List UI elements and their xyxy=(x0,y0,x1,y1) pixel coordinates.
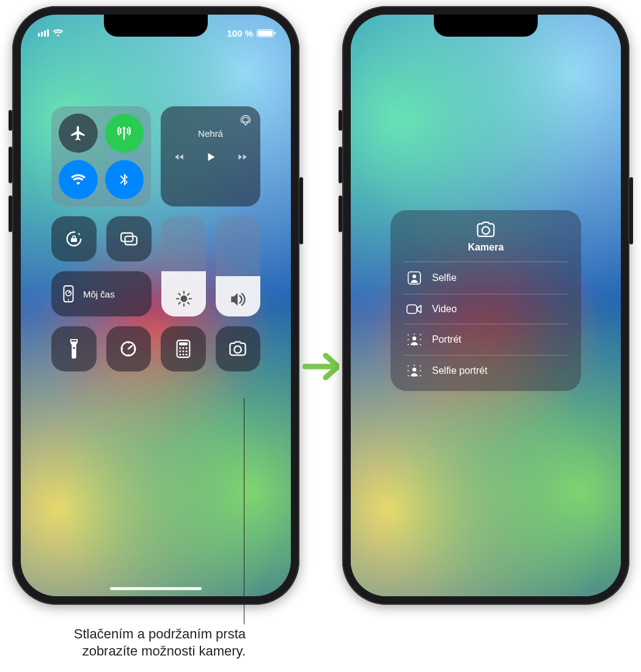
screen-time-button[interactable]: Môj čas xyxy=(51,271,152,316)
portrait-selfie-icon xyxy=(406,364,422,378)
svg-point-29 xyxy=(182,351,184,352)
volume-up-button xyxy=(339,147,342,183)
media-playback-tile[interactable]: Nehrá xyxy=(161,106,260,206)
camera-icon xyxy=(228,341,247,357)
svg-rect-1 xyxy=(121,233,133,241)
antenna-icon xyxy=(115,125,133,142)
airplay-icon[interactable] xyxy=(240,115,252,127)
svg-point-40 xyxy=(408,334,409,335)
iphone-right-screen: Kamera Selfie Video xyxy=(351,15,621,596)
svg-point-4 xyxy=(66,291,71,296)
timer-icon xyxy=(119,340,137,358)
side-button xyxy=(629,177,633,244)
svg-rect-24 xyxy=(179,343,188,346)
volume-up-button xyxy=(9,147,12,183)
svg-point-27 xyxy=(185,347,187,349)
connectivity-group[interactable] xyxy=(51,106,151,206)
cellular-data-toggle[interactable] xyxy=(105,114,144,153)
brightness-icon xyxy=(176,291,192,307)
svg-point-6 xyxy=(68,299,69,301)
airplane-icon xyxy=(70,125,87,142)
volume-down-button xyxy=(9,195,12,232)
camera-menu-item-portrait[interactable]: Portrét xyxy=(404,324,568,355)
svg-point-34 xyxy=(235,346,241,352)
brightness-slider[interactable] xyxy=(161,216,206,316)
screen-time-icon xyxy=(61,285,76,302)
timer-button[interactable] xyxy=(106,326,152,371)
notch xyxy=(104,15,208,37)
calculator-button[interactable] xyxy=(161,326,206,371)
bluetooth-icon xyxy=(117,171,131,188)
mute-switch xyxy=(9,110,12,131)
svg-point-53 xyxy=(420,370,421,371)
wifi-icon xyxy=(70,173,86,186)
svg-rect-2 xyxy=(125,236,137,245)
svg-point-32 xyxy=(182,354,184,356)
wifi-icon xyxy=(53,29,64,37)
camera-context-menu: Kamera Selfie Video xyxy=(390,210,581,391)
control-center: Nehrá xyxy=(51,106,260,371)
battery-percent: 100 % xyxy=(227,28,253,38)
iphone-left-frame: 100 % xyxy=(12,6,299,605)
wifi-toggle[interactable] xyxy=(59,160,98,199)
svg-point-49 xyxy=(408,365,409,367)
callout-text: Stlačením a podržaním prsta zobrazíte mo… xyxy=(6,626,246,659)
camera-menu-item-selfie[interactable]: Selfie xyxy=(404,261,568,294)
portrait-icon xyxy=(406,333,422,346)
camera-menu-item-label: Selfie portrét xyxy=(432,365,488,376)
svg-point-44 xyxy=(420,339,421,340)
callout-leader-line xyxy=(244,398,244,624)
iphone-left-screen: 100 % xyxy=(21,15,291,596)
camera-menu-item-label: Video xyxy=(432,304,457,315)
svg-line-12 xyxy=(178,294,180,295)
calculator-icon xyxy=(176,340,191,358)
flashlight-button[interactable] xyxy=(51,326,97,371)
callout-line1: Stlačením a podržaním prsta xyxy=(74,626,246,641)
svg-point-26 xyxy=(182,347,184,349)
callout-line2: zobrazíte možnosti kamery. xyxy=(82,643,246,659)
volume-icon xyxy=(230,292,247,307)
video-icon xyxy=(406,303,422,315)
svg-point-33 xyxy=(185,354,187,356)
svg-point-25 xyxy=(179,347,181,349)
camera-menu-item-video[interactable]: Video xyxy=(404,294,568,324)
flashlight-icon xyxy=(68,339,79,359)
bluetooth-toggle[interactable] xyxy=(105,160,144,199)
svg-point-38 xyxy=(412,275,416,279)
svg-point-16 xyxy=(73,347,75,349)
camera-menu-title: Kamera xyxy=(404,242,568,253)
svg-point-31 xyxy=(179,354,181,356)
svg-point-45 xyxy=(420,344,421,345)
camera-icon xyxy=(475,221,496,238)
svg-line-13 xyxy=(188,302,189,304)
svg-line-15 xyxy=(188,294,189,295)
svg-point-43 xyxy=(420,334,421,335)
camera-menu-item-label: Portrét xyxy=(432,334,461,345)
svg-line-18 xyxy=(128,346,132,349)
notch xyxy=(434,15,538,37)
person-square-icon xyxy=(406,271,422,285)
volume-slider[interactable] xyxy=(216,216,260,316)
svg-point-7 xyxy=(180,296,187,302)
battery-icon xyxy=(257,29,274,37)
play-icon[interactable] xyxy=(204,150,218,164)
screen-mirroring-button[interactable] xyxy=(106,216,152,261)
previous-track-icon[interactable] xyxy=(172,152,186,163)
svg-point-46 xyxy=(414,334,415,335)
airplane-mode-toggle[interactable] xyxy=(59,114,98,153)
media-title: Nehrá xyxy=(198,128,223,139)
svg-point-51 xyxy=(408,375,409,376)
camera-button[interactable] xyxy=(216,326,261,371)
orientation-lock-toggle[interactable] xyxy=(51,216,97,261)
svg-point-55 xyxy=(414,365,415,366)
svg-point-30 xyxy=(185,351,187,352)
svg-point-36 xyxy=(482,227,489,234)
camera-menu-item-selfie-portrait[interactable]: Selfie portrét xyxy=(404,355,568,386)
next-track-icon[interactable] xyxy=(236,152,249,163)
cellular-signal-icon xyxy=(38,29,49,37)
screen-mirroring-icon xyxy=(120,231,138,247)
home-indicator[interactable] xyxy=(110,587,202,590)
svg-point-48 xyxy=(412,337,416,340)
iphone-right-frame: Kamera Selfie Video xyxy=(342,6,629,605)
svg-point-28 xyxy=(179,351,181,352)
